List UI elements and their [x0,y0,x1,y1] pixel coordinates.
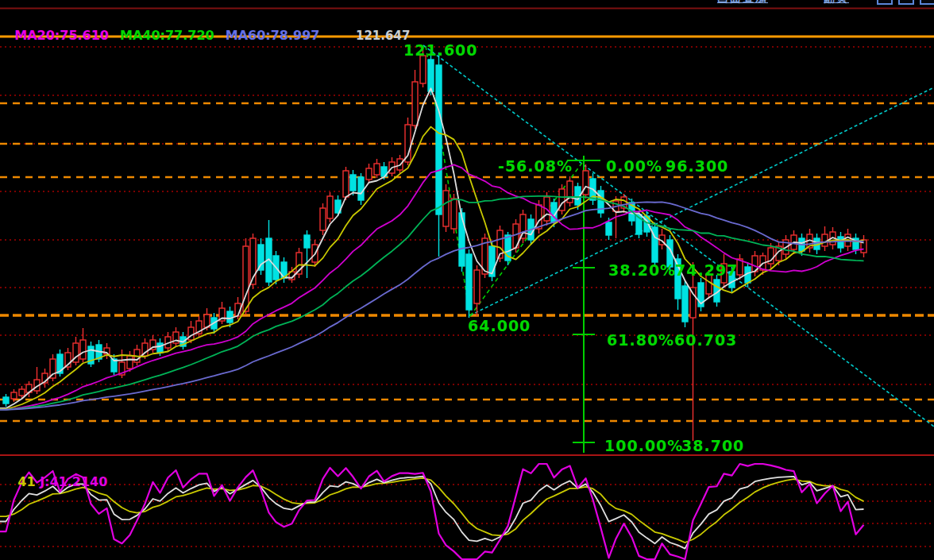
window-button-3[interactable] [920,0,934,5]
page-toolbar-link[interactable]: 翻页 [824,0,849,6]
overlay-toolbar-link[interactable]: 画面叠加 [717,0,768,6]
candlestick-chart-canvas[interactable] [0,0,934,560]
ma20-label: MA20:75.610 [14,28,109,43]
trading-app-window: 画面叠加 翻页 MA20:75.610MA40:77.720MA60:78.99… [0,0,934,560]
window-button-2[interactable] [898,0,914,5]
window-button-1[interactable] [877,0,893,5]
ma-readout: MA20:75.610MA40:77.720MA60:78.997 [0,13,330,58]
kdj-j-label: J:41.2140 [40,474,107,489]
kdj-d-label: 41 [17,474,35,489]
ma60-label: MA60:78.997 [226,28,320,43]
top-toolbar: 画面叠加 翻页 [0,0,934,8]
kdj-readout: 41 J:41.2140 [0,459,107,504]
ma40-label: MA40:77.720 [120,28,214,43]
